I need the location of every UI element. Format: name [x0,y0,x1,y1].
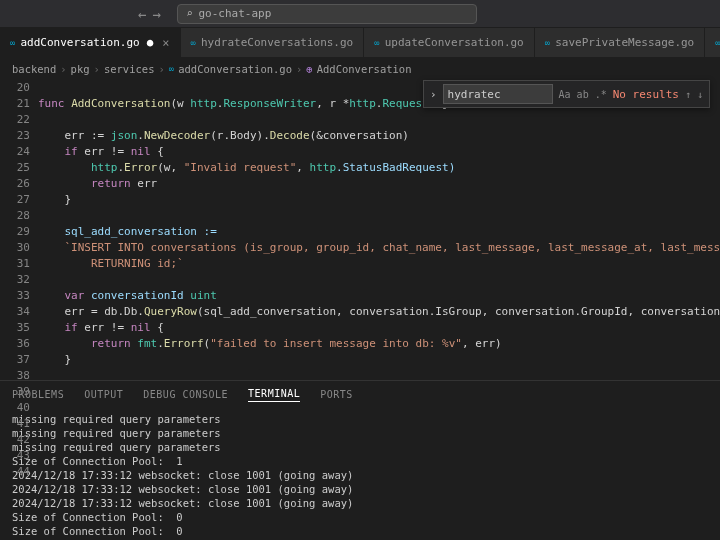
title-bar: ← → ⌕ go-chat-app [0,0,720,28]
tab-add-conversation[interactable]: ∞ addConversation.go ● × [0,28,181,57]
chevron-right-icon: › [94,63,100,75]
tab-label: hydrateConversations.go [201,36,353,49]
nav-back-icon[interactable]: ← [138,6,146,22]
dirty-indicator: ● [147,36,154,49]
tab-label: addConversation.go [20,36,139,49]
crumb[interactable]: services [104,63,155,75]
go-file-icon: ∞ [715,38,720,48]
go-file-icon: ∞ [191,38,196,48]
find-input[interactable] [443,84,553,104]
breadcrumb[interactable]: backend› pkg› services› ∞ addConversatio… [0,58,720,80]
panel-tab-output[interactable]: OUTPUT [84,389,123,400]
command-center-search[interactable]: ⌕ go-chat-app [177,4,477,24]
regex-toggle[interactable]: .* [595,89,607,100]
search-placeholder: go-chat-app [199,7,272,20]
go-file-icon: ∞ [10,38,15,48]
panel-tab-ports[interactable]: PORTS [320,389,353,400]
code-editor[interactable]: 20 21 22 23 24 25 26 27 28 29 30 31 32 3… [0,80,720,380]
tab-label: savePrivateMessage.go [555,36,694,49]
tab-save-private-message[interactable]: ∞ savePrivateMessage.go [535,28,706,57]
crumb[interactable]: addConversation.go [178,63,292,75]
match-word-toggle[interactable]: ab [577,89,589,100]
go-file-icon: ∞ [545,38,550,48]
terminal-output[interactable]: missing required query parameters missin… [0,408,720,540]
match-case-toggle[interactable]: Aa [559,89,571,100]
tab-search-usernames[interactable]: ∞ searchUsernames.go [705,28,720,57]
chevron-right-icon: › [296,63,302,75]
panel-tab-terminal[interactable]: TERMINAL [248,388,300,402]
tab-hydrate-conversations[interactable]: ∞ hydrateConversations.go [181,28,365,57]
chevron-right-icon: › [60,63,66,75]
go-file-icon: ∞ [169,64,174,74]
search-icon: ⌕ [186,7,193,20]
nav-forward-icon[interactable]: → [152,6,160,22]
find-results-count: No results [613,88,679,101]
line-gutter: 20 21 22 23 24 25 26 27 28 29 30 31 32 3… [0,80,38,380]
crumb[interactable]: pkg [71,63,90,75]
function-icon: ⊕ [306,63,312,75]
code-content[interactable]: func AddConversation(w http.ResponseWrit… [38,80,720,380]
next-match-icon[interactable]: ↓ [697,89,703,100]
editor-tabs: ∞ addConversation.go ● × ∞ hydrateConver… [0,28,720,58]
panel-tab-debug-console[interactable]: DEBUG CONSOLE [143,389,228,400]
tab-update-conversation[interactable]: ∞ updateConversation.go [364,28,535,57]
panel-tabs: PROBLEMS OUTPUT DEBUG CONSOLE TERMINAL P… [0,380,720,408]
chevron-right-icon[interactable]: › [430,88,437,101]
tab-label: updateConversation.go [385,36,524,49]
close-icon[interactable]: × [162,36,169,50]
go-file-icon: ∞ [374,38,379,48]
find-widget: › Aa ab .* No results ↑ ↓ [423,80,710,108]
crumb[interactable]: AddConversation [317,63,412,75]
prev-match-icon[interactable]: ↑ [685,89,691,100]
chevron-right-icon: › [158,63,164,75]
crumb[interactable]: backend [12,63,56,75]
